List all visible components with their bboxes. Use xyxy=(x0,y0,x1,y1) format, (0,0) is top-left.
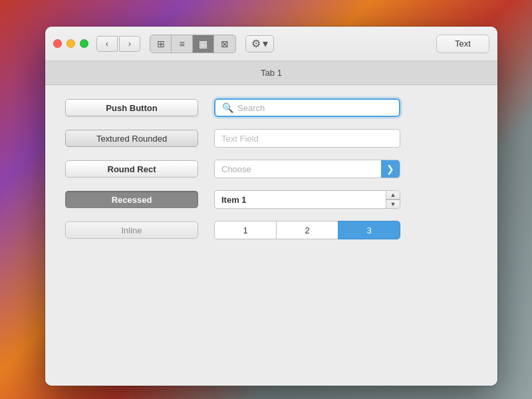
inline-button[interactable]: Inline xyxy=(65,221,198,239)
text-field[interactable]: Text Field xyxy=(214,129,400,148)
push-button[interactable]: Push Button xyxy=(65,99,198,116)
view-icon-button[interactable]: ⊞ xyxy=(150,35,172,53)
chevron-down-icon: ❯ xyxy=(386,164,394,174)
form-row-5: Inline 1 2 3 xyxy=(65,221,477,239)
left-col-5: Inline xyxy=(65,221,198,239)
flow-icon: ⊠ xyxy=(221,39,229,49)
choose-placeholder: Choose xyxy=(221,164,381,174)
form-row-2: Textured Rounded Text Field xyxy=(65,129,477,148)
titlebar: ‹ › ⊞ ≡ ▦ ⊠ ⚙ ▾ Text xyxy=(45,27,497,61)
stepper-arrows[interactable]: ▲ ▼ xyxy=(386,190,400,209)
view-controls: ⊞ ≡ ▦ ⊠ xyxy=(150,35,236,53)
column-icon: ▦ xyxy=(199,39,207,49)
search-placeholder: Search xyxy=(237,103,265,113)
stepper-down-button[interactable]: ▼ xyxy=(386,200,400,208)
stepper-up-icon: ▲ xyxy=(390,192,396,198)
push-button-label: Push Button xyxy=(106,103,157,113)
right-col-2: Text Field xyxy=(214,129,477,148)
view-list-button[interactable]: ≡ xyxy=(172,35,193,53)
seg-item-1[interactable]: 1 xyxy=(214,221,276,239)
content-area: Push Button 🔍 Search Textured Rounded Te… xyxy=(45,85,497,386)
seg-item-2-label: 2 xyxy=(305,225,309,235)
action-button[interactable]: ⚙ ▾ xyxy=(245,35,274,53)
form-row-3: Round Rect Choose ❯ xyxy=(65,160,477,178)
text-button-label: Text xyxy=(455,39,471,49)
chevron-down-icon: ▾ xyxy=(263,37,268,50)
stepper-up-button[interactable]: ▲ xyxy=(386,191,400,200)
left-col-3: Round Rect xyxy=(65,160,198,178)
form-row-1: Push Button 🔍 Search xyxy=(65,98,477,117)
view-flow-button[interactable]: ⊠ xyxy=(214,35,235,53)
stepper-combo: Item 1 ▲ ▼ xyxy=(214,190,400,209)
seg-item-1-label: 1 xyxy=(243,225,247,235)
maximize-button[interactable] xyxy=(80,39,88,48)
search-field[interactable]: 🔍 Search xyxy=(214,98,400,117)
traffic-lights xyxy=(53,39,88,48)
gear-icon: ⚙ xyxy=(251,37,261,50)
dropdown-arrow-button[interactable]: ❯ xyxy=(381,160,400,178)
left-col-4: Recessed xyxy=(65,191,198,208)
nav-buttons: ‹ › xyxy=(96,36,140,52)
stepper-value-label: Item 1 xyxy=(221,195,247,205)
tabbar: Tab 1 xyxy=(45,61,497,85)
list-icon: ≡ xyxy=(179,39,184,49)
view-column-button[interactable]: ▦ xyxy=(193,35,214,53)
main-window: ‹ › ⊞ ≡ ▦ ⊠ ⚙ ▾ Text xyxy=(45,27,497,386)
minimize-button[interactable] xyxy=(66,39,75,48)
text-field-placeholder: Text Field xyxy=(221,134,259,144)
left-col-2: Textured Rounded xyxy=(65,130,198,147)
tab1-label[interactable]: Tab 1 xyxy=(261,68,282,78)
choose-dropdown[interactable]: Choose ❯ xyxy=(214,160,400,178)
stepper-down-icon: ▼ xyxy=(390,201,396,207)
recessed-button[interactable]: Recessed xyxy=(65,191,198,208)
seg-item-3[interactable]: 3 xyxy=(338,221,400,239)
textured-rounded-button[interactable]: Textured Rounded xyxy=(65,130,198,147)
left-col-1: Push Button xyxy=(65,99,198,116)
text-button[interactable]: Text xyxy=(436,35,489,53)
right-col-3: Choose ❯ xyxy=(214,160,477,178)
forward-icon: › xyxy=(128,39,131,49)
seg-item-3-label: 3 xyxy=(366,225,371,235)
round-rect-button[interactable]: Round Rect xyxy=(65,160,198,178)
seg-item-2[interactable]: 2 xyxy=(276,221,338,239)
round-rect-label: Round Rect xyxy=(108,164,156,174)
inline-label: Inline xyxy=(121,225,142,235)
back-button[interactable]: ‹ xyxy=(96,36,118,52)
right-col-4: Item 1 ▲ ▼ xyxy=(214,190,477,209)
recessed-label: Recessed xyxy=(112,195,152,205)
form-row-4: Recessed Item 1 ▲ ▼ xyxy=(65,190,477,209)
textured-rounded-label: Textured Rounded xyxy=(96,134,167,144)
close-button[interactable] xyxy=(53,39,62,48)
right-col-5: 1 2 3 xyxy=(214,221,477,239)
right-col-1: 🔍 Search xyxy=(214,98,477,117)
stepper-value[interactable]: Item 1 xyxy=(214,190,386,209)
forward-button[interactable]: › xyxy=(119,36,140,52)
segmented-control: 1 2 3 xyxy=(214,221,400,239)
search-icon: 🔍 xyxy=(222,102,233,113)
back-icon: ‹ xyxy=(106,39,108,49)
grid-icon: ⊞ xyxy=(157,39,165,49)
